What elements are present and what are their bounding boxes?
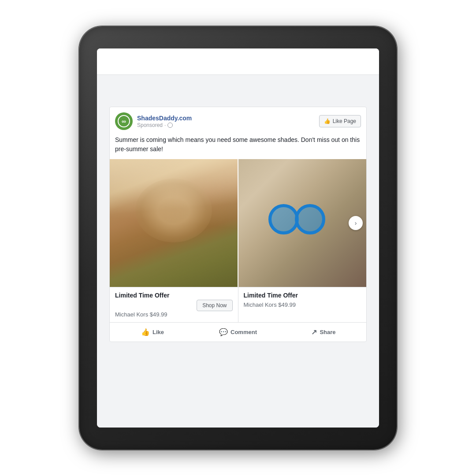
- page-info: ShadesDaddy.com Sponsored ·: [137, 114, 319, 128]
- comment-label: Comment: [231, 329, 257, 335]
- tablet-screen: ∞ ShadesDaddy.com Sponsored ·: [97, 48, 379, 428]
- sponsored-label: Sponsored ·: [137, 122, 319, 128]
- thumbs-up-icon: 👍: [324, 118, 331, 124]
- offer-price-right: Michael Kors $49.99: [244, 301, 361, 308]
- screen-content: ∞ ShadesDaddy.com Sponsored ·: [97, 48, 379, 428]
- comment-icon: 💬: [219, 328, 228, 336]
- like-button[interactable]: 👍 Like: [110, 324, 195, 340]
- share-label: Share: [320, 329, 335, 335]
- avatar-inner: ∞: [118, 115, 130, 127]
- carousel-item-right[interactable]: ›: [238, 159, 366, 287]
- dot-separator: ·: [164, 122, 166, 128]
- carousel-caption-left: Limited Time Offer Shop Now Michael Kors…: [110, 287, 238, 322]
- like-page-button[interactable]: 👍 Like Page: [319, 115, 361, 127]
- like-icon: 👍: [141, 328, 150, 336]
- ad-caption: Summer is coming which means you need so…: [110, 134, 366, 159]
- carousel: ›: [110, 159, 366, 287]
- carousel-caption-right: Limited Time Offer Michael Kors $49.99: [238, 287, 367, 322]
- infinity-icon: ∞: [122, 118, 126, 124]
- carousel-item-left[interactable]: [110, 159, 238, 287]
- carousel-image-left: [110, 159, 238, 287]
- facebook-ad-card: ∞ ShadesDaddy.com Sponsored ·: [109, 107, 367, 342]
- offer-price-left: Michael Kors $49.99: [115, 311, 233, 318]
- page-name[interactable]: ShadesDaddy.com: [137, 114, 319, 122]
- offer-title-right: Limited Time Offer: [244, 292, 361, 299]
- share-icon: ↗: [311, 328, 317, 336]
- shop-now-button[interactable]: Shop Now: [197, 300, 232, 311]
- top-bar: [97, 48, 379, 75]
- tablet-device: ∞ ShadesDaddy.com Sponsored ·: [79, 26, 397, 450]
- carousel-image-right: [238, 159, 366, 287]
- comment-button[interactable]: 💬 Comment: [195, 324, 281, 340]
- like-label: Like: [152, 329, 164, 335]
- share-button[interactable]: ↗ Share: [281, 324, 366, 340]
- carousel-next-button[interactable]: ›: [349, 216, 363, 230]
- globe-icon: [167, 123, 173, 128]
- page-avatar: ∞: [115, 112, 133, 130]
- ad-header: ∞ ShadesDaddy.com Sponsored ·: [110, 107, 366, 134]
- carousel-info: Limited Time Offer Shop Now Michael Kors…: [110, 287, 366, 322]
- offer-title-left: Limited Time Offer: [115, 292, 233, 299]
- action-bar: 👍 Like 💬 Comment ↗ Share: [110, 322, 366, 342]
- blue-glasses-visual: [264, 204, 347, 255]
